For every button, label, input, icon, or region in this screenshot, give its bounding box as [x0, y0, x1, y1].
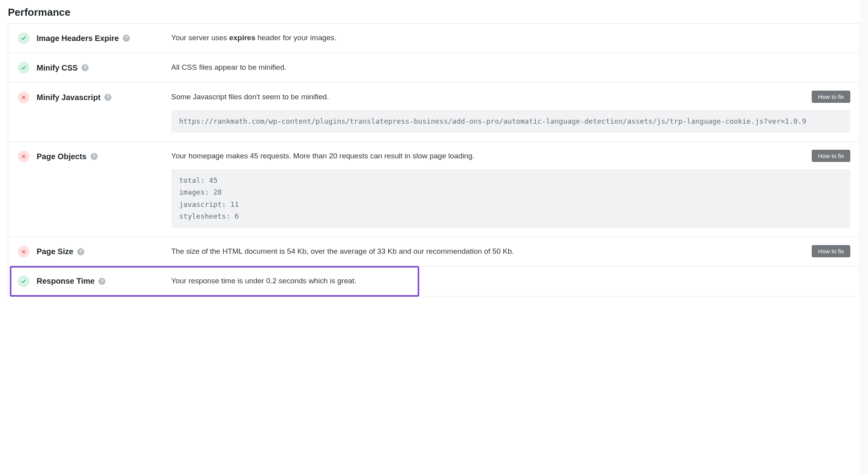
check-fail-icon	[18, 246, 30, 258]
help-icon[interactable]: ?	[104, 94, 111, 101]
how-to-fix-button[interactable]: How to fix	[812, 150, 850, 162]
check-minify-css: Minify CSS ? All CSS files appear to be …	[8, 53, 860, 83]
check-page-size: Page Size ? The size of the HTML documen…	[8, 237, 860, 267]
check-pass-icon	[18, 62, 30, 74]
check-desc: Your server uses expires header for your…	[171, 32, 850, 44]
check-desc: Your homepage makes 45 requests. More th…	[171, 151, 850, 162]
how-to-fix-button[interactable]: How to fix	[812, 91, 850, 103]
check-page-objects: Page Objects ? Your homepage makes 45 re…	[8, 142, 860, 237]
check-label-text: Response Time	[37, 277, 94, 286]
check-label: Minify CSS ?	[37, 63, 89, 72]
check-label: Image Headers Expire ?	[37, 34, 130, 43]
check-pass-icon	[18, 32, 30, 44]
help-icon[interactable]: ?	[81, 64, 89, 71]
help-icon[interactable]: ?	[77, 248, 84, 255]
check-label: Response Time ?	[37, 277, 105, 286]
how-to-fix-button[interactable]: How to fix	[812, 245, 850, 257]
help-icon[interactable]: ?	[91, 153, 98, 160]
check-label-text: Page Size	[37, 247, 73, 256]
check-image-headers: Image Headers Expire ? Your server uses …	[8, 24, 860, 53]
desc-text: header for your images.	[255, 33, 337, 42]
check-fail-icon	[18, 91, 30, 103]
check-label: Page Size ?	[37, 247, 84, 256]
check-label: Page Objects ?	[37, 152, 98, 161]
section-title: Performance	[8, 6, 860, 19]
performance-checks: Image Headers Expire ? Your server uses …	[8, 23, 860, 296]
code-block: total: 45 images: 28 javascript: 11 styl…	[171, 169, 850, 228]
check-desc: All CSS files appear to be minified.	[171, 62, 850, 73]
scrollbar-track[interactable]	[861, 0, 868, 296]
check-label: Minify Javascript ?	[37, 93, 111, 102]
check-response-time: Response Time ? Your response time is un…	[8, 267, 860, 296]
check-desc: Some Javascript files don't seem to be m…	[171, 91, 850, 103]
help-icon[interactable]: ?	[123, 35, 130, 42]
check-pass-icon	[18, 275, 30, 287]
check-minify-js: Minify Javascript ? Some Javascript file…	[8, 83, 860, 142]
help-icon[interactable]: ?	[98, 278, 105, 285]
desc-text: Your server uses	[171, 33, 229, 42]
code-block: https://rankmath.com/wp-content/plugins/…	[171, 110, 850, 133]
check-desc: Your response time is under 0.2 seconds …	[171, 275, 850, 287]
check-label-text: Minify Javascript	[37, 93, 100, 102]
check-label-text: Page Objects	[37, 152, 87, 161]
check-desc: The size of the HTML document is 54 Kb, …	[171, 246, 850, 257]
check-label-text: Minify CSS	[37, 63, 78, 72]
check-label-text: Image Headers Expire	[37, 34, 119, 43]
desc-bold: expires	[229, 33, 255, 42]
check-fail-icon	[18, 151, 30, 162]
